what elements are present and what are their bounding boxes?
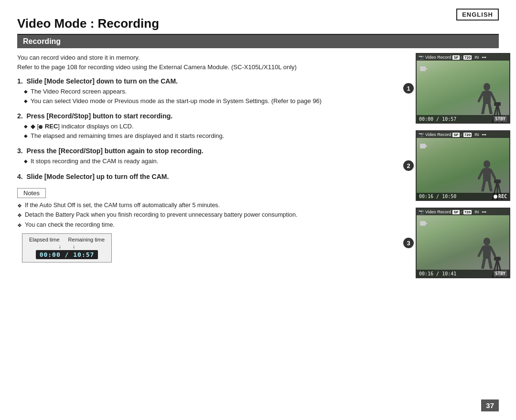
- step-2-title: 2. Press [Record/Stop] button to start r…: [17, 112, 394, 120]
- camera-1-record-icon: [419, 64, 428, 73]
- step-3-bullet-1: It stops recording and the CAM is ready …: [24, 157, 394, 166]
- note-1: If the Auto Shut Off is set, the CAM tur…: [17, 201, 394, 210]
- step-2-num: 2.: [17, 112, 23, 120]
- right-column: 1: [403, 53, 499, 282]
- main-layout: You can record video and store it in mem…: [17, 53, 499, 282]
- step-4-text: Slide [Mode Selector] up to turn off the…: [26, 173, 169, 180]
- camera-2-screen: 📷 Video Record SF / 720 IN ▪▪▪: [416, 130, 510, 201]
- camera-3-cam-icon: 📷: [419, 210, 424, 214]
- step-1-num: 1.: [17, 77, 23, 85]
- svg-rect-22: [420, 144, 426, 148]
- diagram-arrows: ↓ ↓: [59, 243, 75, 249]
- camera-2-record-icon: [419, 142, 428, 150]
- svg-marker-23: [426, 145, 428, 147]
- camera-2-720-badge: 720: [463, 133, 472, 137]
- camera-3-record-icon: [419, 219, 428, 228]
- camera-2-wrapper: 2: [416, 130, 499, 201]
- step-4: 4. Slide [Mode Selector] up to turn off …: [17, 173, 394, 180]
- camera-1-wrapper: 1: [416, 53, 499, 124]
- camera-3-footer: 00:16 / 10:41 STBY: [417, 270, 509, 277]
- step-1: 1. Slide [Mode Selector] down to turn on…: [17, 77, 394, 105]
- camera-3-header: 📷 Video Record SF / 720 IN ▪▪▪: [417, 209, 509, 215]
- notes-section: Notes If the Auto Shut Off is set, the C…: [17, 188, 394, 230]
- rec-dot-icon: [494, 195, 497, 199]
- diagram-box: Elapsed time Remaining time ↓ ↓ 00:00 / …: [22, 233, 112, 262]
- svg-rect-34: [420, 221, 426, 226]
- step-2-bullet-2: The elapsed and remaining times are disp…: [24, 131, 394, 141]
- intro-line-1: You can record video and store it in mem…: [17, 53, 394, 63]
- step-3-text: Press the [Record/Stop] button again to …: [26, 147, 203, 155]
- svg-line-27: [491, 247, 495, 256]
- camera-2-cam-icon: 📷: [419, 132, 424, 137]
- rec-circle-icon: [39, 125, 43, 129]
- camera-1-720-badge: 720: [463, 55, 472, 60]
- svg-line-4: [483, 104, 484, 114]
- page-number: 37: [481, 399, 499, 411]
- step-1-bullet-2: You can select Video mode or Previous mo…: [24, 96, 394, 106]
- section-header: Recording: [17, 35, 499, 48]
- step-2-bullets: ◆ [ REC] indicator displays on LCD. The …: [17, 122, 394, 140]
- svg-line-15: [491, 170, 495, 178]
- camera-3-header-text: Video Record: [425, 210, 451, 214]
- svg-rect-9: [494, 102, 501, 106]
- step-1-bullets: The Video Record screen appears. You can…: [17, 87, 394, 105]
- camera-2-mode-icon: [419, 142, 428, 152]
- diagram-labels: Elapsed time Remaining time: [29, 237, 105, 242]
- camera-1-header: 📷 Video Record SF / 720 IN ▪▪▪: [417, 54, 509, 61]
- remaining-arrow: ↓: [73, 243, 75, 249]
- camera-2-status-text: REC: [498, 194, 507, 199]
- svg-marker-11: [426, 68, 428, 70]
- camera-3-sf-badge: SF: [452, 210, 459, 214]
- camera-1-screen: 📷 Video Record SF / 720 IN ▪▪▪: [416, 53, 510, 124]
- step-2: 2. Press [Record/Stop] button to start r…: [17, 112, 394, 140]
- notes-list: If the Auto Shut Off is set, the CAM tur…: [17, 201, 394, 230]
- camera-3-number: 3: [403, 238, 414, 248]
- svg-line-2: [479, 93, 483, 101]
- svg-rect-21: [494, 179, 501, 183]
- diagram-area: Elapsed time Remaining time ↓ ↓ 00:00 / …: [17, 233, 394, 262]
- camera-3-wrapper: 3: [416, 208, 499, 278]
- camera-2-header: 📷 Video Record SF / 720 IN ▪▪▪: [417, 131, 509, 138]
- step-2-text: Press [Record/Stop] button to start reco…: [26, 112, 172, 120]
- note-3: You can check the recording time.: [17, 220, 394, 230]
- intro-line-2: Refer to the page 108 for recording vide…: [17, 63, 394, 72]
- step-2-bullet-1: ◆ [ REC] indicator displays on LCD.: [24, 122, 394, 131]
- svg-point-24: [484, 238, 490, 245]
- step-1-bullet-1: The Video Record screen appears.: [24, 87, 394, 96]
- svg-line-28: [483, 259, 484, 269]
- step-3-bullets: It stops recording and the CAM is ready …: [17, 157, 394, 166]
- page: ENGLISH Video Mode : Recording Recording…: [0, 0, 516, 420]
- camera-1-cam-icon: 📷: [419, 55, 424, 60]
- camera-3-status: STBY: [494, 271, 507, 276]
- svg-line-3: [491, 93, 495, 101]
- step-1-text: Slide [Mode Selector] down to turn on th…: [26, 77, 178, 85]
- notes-label: Notes: [17, 188, 46, 198]
- elapsed-label: Elapsed time: [29, 237, 60, 242]
- camera-1-footer: 00:00 / 10:57 STBY: [417, 115, 509, 123]
- svg-marker-35: [426, 222, 428, 224]
- remaining-label: Remaining time: [68, 237, 105, 242]
- diagram-timecode: 00:00 / 10:57: [36, 250, 98, 259]
- language-badge: ENGLISH: [456, 9, 499, 21]
- note-2: Detach the Battery Pack when you finish …: [17, 210, 394, 220]
- camera-3-720-badge: 720: [463, 210, 472, 214]
- camera-2-status: REC: [494, 194, 507, 199]
- step-3-title: 3. Press the [Record/Stop] button again …: [17, 147, 394, 155]
- step-4-title: 4. Slide [Mode Selector] up to turn off …: [17, 173, 394, 180]
- svg-rect-33: [494, 257, 501, 261]
- svg-rect-10: [420, 66, 426, 71]
- camera-1-timecode: 00:00 / 10:57: [419, 116, 456, 122]
- camera-2-sf-badge: SF: [452, 133, 459, 137]
- svg-line-14: [479, 170, 483, 178]
- svg-point-0: [484, 83, 490, 91]
- camera-1-header-text: Video Record: [425, 55, 451, 60]
- intro-text: You can record video and store it in mem…: [17, 53, 394, 72]
- rec-text: REC: [45, 123, 58, 130]
- step-4-num: 4.: [17, 173, 23, 180]
- camera-1-number: 1: [403, 83, 414, 94]
- step-1-title: 1. Slide [Mode Selector] down to turn on…: [17, 77, 394, 85]
- camera-1-mode-icon: [419, 64, 428, 74]
- page-title: Video Mode : Recording: [17, 16, 499, 31]
- step-3: 3. Press the [Record/Stop] button again …: [17, 147, 394, 166]
- step-3-num: 3.: [17, 147, 23, 155]
